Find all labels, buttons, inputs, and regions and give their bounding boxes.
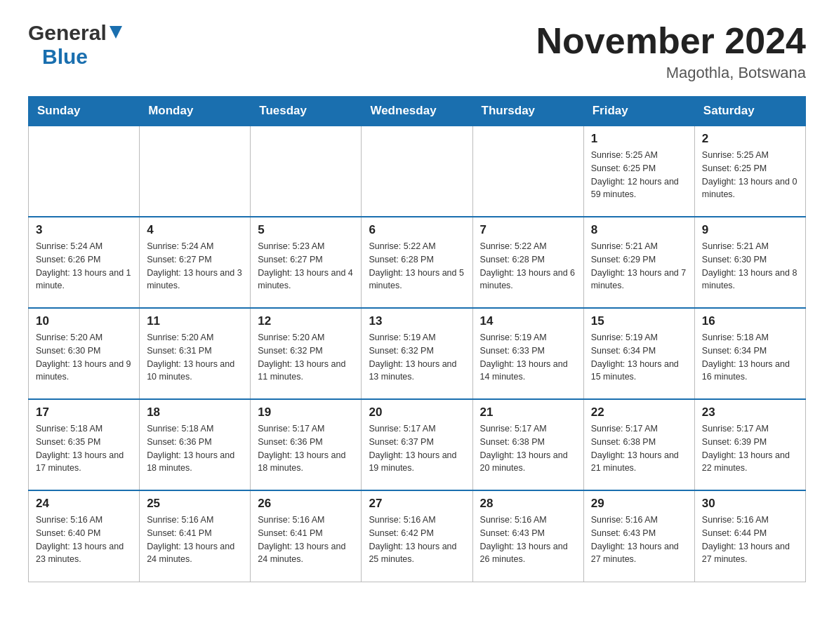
calendar-subtitle: Magothla, Botswana	[536, 64, 806, 82]
col-saturday: Saturday	[694, 97, 805, 126]
day-info: Sunrise: 5:18 AM Sunset: 6:35 PM Dayligh…	[36, 422, 132, 475]
day-info: Sunrise: 5:16 AM Sunset: 6:43 PM Dayligh…	[480, 514, 576, 566]
table-row: 3Sunrise: 5:24 AM Sunset: 6:26 PM Daylig…	[29, 217, 140, 308]
table-row	[251, 126, 362, 217]
table-row: 10Sunrise: 5:20 AM Sunset: 6:30 PM Dayli…	[29, 308, 140, 399]
table-row: 4Sunrise: 5:24 AM Sunset: 6:27 PM Daylig…	[140, 217, 251, 308]
day-info: Sunrise: 5:16 AM Sunset: 6:43 PM Dayligh…	[591, 514, 687, 566]
table-row: 2Sunrise: 5:25 AM Sunset: 6:25 PM Daylig…	[694, 126, 805, 217]
table-row	[362, 126, 472, 217]
table-row: 7Sunrise: 5:22 AM Sunset: 6:28 PM Daylig…	[472, 217, 583, 308]
table-row: 25Sunrise: 5:16 AM Sunset: 6:41 PM Dayli…	[140, 490, 251, 582]
day-info: Sunrise: 5:16 AM Sunset: 6:41 PM Dayligh…	[258, 514, 354, 566]
day-info: Sunrise: 5:21 AM Sunset: 6:30 PM Dayligh…	[702, 240, 798, 293]
day-info: Sunrise: 5:19 AM Sunset: 6:33 PM Dayligh…	[480, 331, 576, 384]
table-row: 13Sunrise: 5:19 AM Sunset: 6:32 PM Dayli…	[362, 308, 472, 399]
day-info: Sunrise: 5:22 AM Sunset: 6:28 PM Dayligh…	[480, 240, 576, 293]
table-row: 8Sunrise: 5:21 AM Sunset: 6:29 PM Daylig…	[583, 217, 694, 308]
col-thursday: Thursday	[472, 97, 583, 126]
calendar-week-row: 10Sunrise: 5:20 AM Sunset: 6:30 PM Dayli…	[29, 308, 806, 399]
day-number: 28	[480, 497, 576, 511]
logo-blue-text: Blue	[42, 45, 88, 69]
day-info: Sunrise: 5:18 AM Sunset: 6:36 PM Dayligh…	[147, 422, 243, 475]
day-info: Sunrise: 5:17 AM Sunset: 6:38 PM Dayligh…	[591, 422, 687, 475]
col-sunday: Sunday	[29, 97, 140, 126]
day-number: 30	[702, 497, 798, 511]
day-info: Sunrise: 5:18 AM Sunset: 6:34 PM Dayligh…	[702, 331, 798, 384]
day-number: 1	[591, 132, 687, 146]
day-info: Sunrise: 5:17 AM Sunset: 6:38 PM Dayligh…	[480, 422, 576, 475]
day-info: Sunrise: 5:21 AM Sunset: 6:29 PM Dayligh…	[591, 240, 687, 293]
col-monday: Monday	[140, 97, 251, 126]
day-info: Sunrise: 5:24 AM Sunset: 6:26 PM Dayligh…	[36, 240, 132, 293]
table-row: 14Sunrise: 5:19 AM Sunset: 6:33 PM Dayli…	[472, 308, 583, 399]
day-number: 3	[36, 223, 132, 237]
calendar-week-row: 17Sunrise: 5:18 AM Sunset: 6:35 PM Dayli…	[29, 399, 806, 490]
day-number: 29	[591, 497, 687, 511]
day-number: 9	[702, 223, 798, 237]
calendar-header-row: Sunday Monday Tuesday Wednesday Thursday…	[29, 97, 806, 126]
day-info: Sunrise: 5:23 AM Sunset: 6:27 PM Dayligh…	[258, 240, 354, 293]
table-row	[140, 126, 251, 217]
day-number: 5	[258, 223, 354, 237]
day-number: 12	[258, 314, 354, 328]
day-number: 14	[480, 314, 576, 328]
col-tuesday: Tuesday	[251, 97, 362, 126]
page-header: General Blue November 2024 Magothla, Bot…	[28, 21, 806, 82]
table-row: 9Sunrise: 5:21 AM Sunset: 6:30 PM Daylig…	[694, 217, 805, 308]
table-row: 11Sunrise: 5:20 AM Sunset: 6:31 PM Dayli…	[140, 308, 251, 399]
table-row: 28Sunrise: 5:16 AM Sunset: 6:43 PM Dayli…	[472, 490, 583, 582]
table-row: 5Sunrise: 5:23 AM Sunset: 6:27 PM Daylig…	[251, 217, 362, 308]
table-row: 30Sunrise: 5:16 AM Sunset: 6:44 PM Dayli…	[694, 490, 805, 582]
table-row: 18Sunrise: 5:18 AM Sunset: 6:36 PM Dayli…	[140, 399, 251, 490]
table-row: 1Sunrise: 5:25 AM Sunset: 6:25 PM Daylig…	[583, 126, 694, 217]
day-info: Sunrise: 5:24 AM Sunset: 6:27 PM Dayligh…	[147, 240, 243, 293]
table-row: 23Sunrise: 5:17 AM Sunset: 6:39 PM Dayli…	[694, 399, 805, 490]
logo: General Blue	[28, 21, 122, 69]
day-number: 18	[147, 405, 243, 420]
table-row: 26Sunrise: 5:16 AM Sunset: 6:41 PM Dayli…	[251, 490, 362, 582]
day-number: 2	[702, 132, 798, 146]
calendar-week-row: 1Sunrise: 5:25 AM Sunset: 6:25 PM Daylig…	[29, 126, 806, 217]
table-row	[472, 126, 583, 217]
calendar-table: Sunday Monday Tuesday Wednesday Thursday…	[28, 96, 806, 582]
svg-marker-0	[110, 26, 122, 39]
day-info: Sunrise: 5:17 AM Sunset: 6:37 PM Dayligh…	[369, 422, 465, 475]
day-number: 22	[591, 405, 687, 420]
day-number: 24	[36, 497, 132, 511]
table-row: 12Sunrise: 5:20 AM Sunset: 6:32 PM Dayli…	[251, 308, 362, 399]
calendar-title: November 2024	[536, 21, 806, 61]
day-number: 11	[147, 314, 243, 328]
col-friday: Friday	[583, 97, 694, 126]
day-number: 16	[702, 314, 798, 328]
col-wednesday: Wednesday	[362, 97, 472, 126]
day-info: Sunrise: 5:16 AM Sunset: 6:41 PM Dayligh…	[147, 514, 243, 566]
table-row: 15Sunrise: 5:19 AM Sunset: 6:34 PM Dayli…	[583, 308, 694, 399]
day-info: Sunrise: 5:17 AM Sunset: 6:39 PM Dayligh…	[702, 422, 798, 475]
table-row: 29Sunrise: 5:16 AM Sunset: 6:43 PM Dayli…	[583, 490, 694, 582]
day-info: Sunrise: 5:16 AM Sunset: 6:40 PM Dayligh…	[36, 514, 132, 566]
day-info: Sunrise: 5:25 AM Sunset: 6:25 PM Dayligh…	[702, 149, 798, 201]
day-number: 15	[591, 314, 687, 328]
table-row: 17Sunrise: 5:18 AM Sunset: 6:35 PM Dayli…	[29, 399, 140, 490]
calendar-week-row: 3Sunrise: 5:24 AM Sunset: 6:26 PM Daylig…	[29, 217, 806, 308]
day-number: 7	[480, 223, 576, 237]
calendar-week-row: 24Sunrise: 5:16 AM Sunset: 6:40 PM Dayli…	[29, 490, 806, 582]
day-number: 20	[369, 405, 465, 420]
day-number: 21	[480, 405, 576, 420]
day-info: Sunrise: 5:19 AM Sunset: 6:34 PM Dayligh…	[591, 331, 687, 384]
table-row: 24Sunrise: 5:16 AM Sunset: 6:40 PM Dayli…	[29, 490, 140, 582]
day-number: 26	[258, 497, 354, 511]
day-number: 23	[702, 405, 798, 420]
table-row: 16Sunrise: 5:18 AM Sunset: 6:34 PM Dayli…	[694, 308, 805, 399]
table-row: 20Sunrise: 5:17 AM Sunset: 6:37 PM Dayli…	[362, 399, 472, 490]
day-info: Sunrise: 5:25 AM Sunset: 6:25 PM Dayligh…	[591, 149, 687, 201]
day-info: Sunrise: 5:17 AM Sunset: 6:36 PM Dayligh…	[258, 422, 354, 475]
day-number: 8	[591, 223, 687, 237]
title-block: November 2024 Magothla, Botswana	[536, 21, 806, 82]
day-info: Sunrise: 5:19 AM Sunset: 6:32 PM Dayligh…	[369, 331, 465, 384]
day-number: 19	[258, 405, 354, 420]
day-info: Sunrise: 5:20 AM Sunset: 6:32 PM Dayligh…	[258, 331, 354, 384]
table-row: 21Sunrise: 5:17 AM Sunset: 6:38 PM Dayli…	[472, 399, 583, 490]
day-number: 4	[147, 223, 243, 237]
